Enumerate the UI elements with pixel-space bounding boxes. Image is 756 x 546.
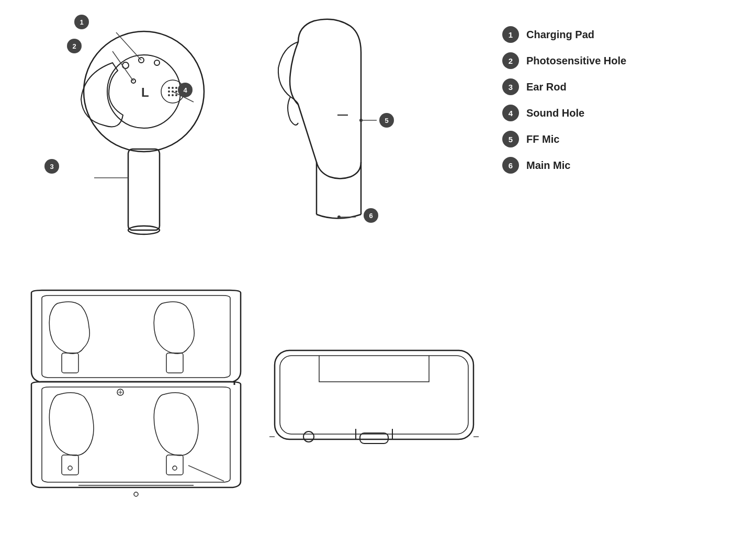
legend-number-1: 1 <box>502 26 519 43</box>
svg-rect-31 <box>166 353 183 373</box>
svg-rect-45 <box>360 433 388 443</box>
svg-rect-32 <box>62 455 78 475</box>
case-open-diagram <box>16 288 256 507</box>
badge-5-top: 5 <box>379 113 394 128</box>
svg-line-42 <box>188 465 224 481</box>
svg-rect-2 <box>128 149 160 230</box>
earbud-side-diagram <box>256 10 398 235</box>
legend-label-1: Charging Pad <box>526 29 594 41</box>
svg-point-18 <box>175 94 177 96</box>
badge-1-top: 1 <box>74 15 89 29</box>
svg-line-19 <box>116 32 141 60</box>
case-side-diagram <box>267 340 481 455</box>
svg-point-4 <box>122 62 129 69</box>
svg-point-40 <box>134 492 138 496</box>
svg-line-20 <box>112 51 133 81</box>
legend-item-4: 4 Sound Hole <box>502 105 626 121</box>
legend-item-3: 3 Ear Rod <box>502 78 626 95</box>
badge-2-top: 2 <box>67 39 82 53</box>
svg-rect-44 <box>280 356 468 434</box>
svg-point-6 <box>154 60 160 65</box>
svg-point-35 <box>173 466 177 470</box>
legend-number-2: 2 <box>502 52 519 69</box>
legend-label-6: Main Mic <box>526 160 570 172</box>
legend-label-3: Ear Rod <box>526 81 567 93</box>
badge-3-top: 3 <box>44 159 59 174</box>
badge-4-top: 4 <box>178 83 193 97</box>
svg-rect-34 <box>166 455 183 475</box>
svg-point-15 <box>175 90 177 93</box>
legend-item-5: 5 FF Mic <box>502 131 626 147</box>
legend-item-1: 1 Charging Pad <box>502 26 626 43</box>
page-container: L 1 2 <box>0 0 756 546</box>
bottom-section: 1 2 <box>0 272 756 546</box>
svg-point-12 <box>175 87 177 89</box>
svg-point-17 <box>172 94 174 96</box>
svg-rect-30 <box>62 353 78 373</box>
svg-point-33 <box>68 466 72 470</box>
svg-point-11 <box>172 87 174 89</box>
svg-point-10 <box>168 87 170 89</box>
legend-item-6: 6 Main Mic <box>502 157 626 174</box>
top-section: L 1 2 <box>0 0 756 272</box>
legend-label-2: Photosensitive Hole <box>526 55 626 67</box>
legend-number-3: 3 <box>502 78 519 95</box>
legend-label-4: Sound Hole <box>526 107 584 119</box>
legend-number-6: 6 <box>502 157 519 174</box>
svg-text:L: L <box>141 85 149 99</box>
svg-point-13 <box>168 90 170 93</box>
svg-point-16 <box>168 94 170 96</box>
svg-rect-43 <box>275 350 473 439</box>
top-legend: 1 Charging Pad 2 Photosensitive Hole 3 E… <box>502 26 626 183</box>
legend-number-4: 4 <box>502 105 519 121</box>
legend-label-5: FF Mic <box>526 133 559 145</box>
legend-item-2: 2 Photosensitive Hole <box>502 52 626 69</box>
badge-6-top: 6 <box>364 208 378 223</box>
legend-number-5: 5 <box>502 131 519 147</box>
svg-point-46 <box>303 431 314 442</box>
earbud-front-diagram: L <box>31 10 256 251</box>
